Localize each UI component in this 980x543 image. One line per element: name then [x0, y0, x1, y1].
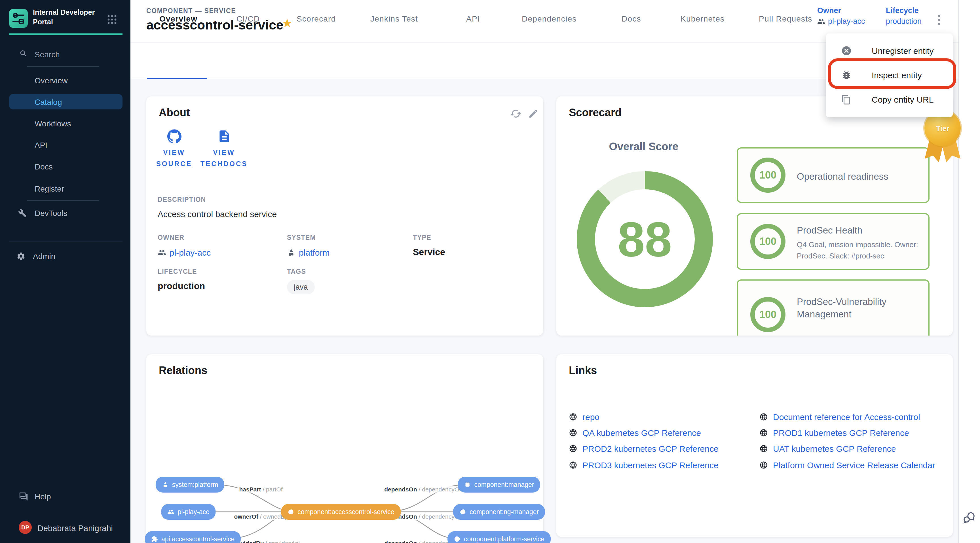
scorecard-item-operational-readiness[interactable]: 100 Operational readiness — [737, 148, 929, 203]
tab-kubernetes[interactable]: Kubernetes — [681, 14, 724, 23]
tags-field: TAGS java — [287, 268, 315, 294]
owner-field: OWNER pl-play-acc — [158, 234, 211, 257]
sidebar-item-docs[interactable]: Docs — [0, 159, 130, 174]
apps-grid-icon[interactable] — [107, 15, 117, 24]
gear-icon — [16, 251, 25, 260]
tab-overview[interactable]: Overview — [159, 14, 197, 23]
app-title: Internal Developer Portal — [33, 8, 101, 27]
globe-icon — [569, 445, 578, 453]
sidebar-item-catalog[interactable]: Catalog — [0, 94, 130, 110]
search-placeholder: Search — [35, 50, 60, 59]
header-owner-field: Owner pl-play-acc — [817, 6, 865, 25]
sidebar-item-register[interactable]: Register — [0, 181, 130, 196]
sidebar-accent-divider — [9, 33, 123, 35]
group-icon — [158, 248, 166, 257]
score-ring: 100 — [750, 157, 786, 193]
globe-icon — [759, 461, 768, 469]
lifecycle-field: LIFECYCLE production — [158, 268, 205, 291]
sidebar-search[interactable]: Search — [0, 48, 130, 62]
active-tab-indicator — [147, 78, 207, 79]
link-prod2-kubernetes[interactable]: PROD2 kubernetes GCP Reference — [569, 444, 719, 453]
link-release-calendar[interactable]: Platform Owned Service Release Calendar — [759, 460, 935, 470]
lifecycle-label: Lifecycle — [886, 6, 921, 15]
github-icon — [167, 129, 181, 143]
edit-button[interactable] — [528, 108, 539, 119]
app-window: Internal Developer Portal Search Overvie… — [0, 0, 980, 543]
sidebar: Internal Developer Portal Search Overvie… — [0, 0, 130, 543]
refresh-button[interactable] — [510, 108, 522, 120]
graph-node-component-platform-service[interactable]: component:platform-service — [447, 531, 551, 543]
score-ring: 100 — [750, 224, 786, 259]
group-icon — [817, 17, 825, 25]
sidebar-item-help[interactable]: Help — [0, 489, 130, 504]
component-chip-icon — [454, 536, 460, 543]
owner-link[interactable]: pl-play-acc — [158, 248, 211, 257]
about-card: About VIEWSOURCE VIEWTECHDOCS DESCRIPTIO… — [146, 96, 543, 335]
link-prod3-kubernetes[interactable]: PROD3 kubernetes GCP Reference — [569, 460, 719, 470]
sidebar-item-workflows[interactable]: Workflows — [0, 116, 130, 131]
owner-link[interactable]: pl-play-acc — [817, 17, 865, 25]
tab-scorecard[interactable]: Scorecard — [297, 14, 336, 23]
tier-badge: Tier — [924, 110, 961, 162]
sidebar-item-overview[interactable]: Overview — [0, 73, 130, 88]
description-field: DESCRIPTION Access control backend servi… — [158, 196, 277, 219]
sidebar-divider — [9, 241, 123, 241]
system-link[interactable]: platform — [287, 248, 329, 257]
sidebar-item-api[interactable]: API — [0, 137, 130, 152]
feedback-chat-icon[interactable] — [963, 511, 976, 524]
globe-icon — [759, 429, 768, 437]
tab-jenkins-test[interactable]: Jenkins Test — [370, 14, 418, 23]
favorite-star-icon[interactable]: ★ — [282, 16, 293, 30]
app-logo-icon[interactable] — [9, 9, 28, 28]
graph-node-component-manager[interactable]: component:manager — [458, 477, 541, 492]
system-field: SYSTEM platform — [287, 234, 329, 257]
overall-score-label: Overall Score — [578, 141, 710, 153]
view-techdocs-button[interactable]: VIEWTECHDOCS — [193, 129, 255, 170]
component-chip-icon — [464, 481, 471, 488]
help-chat-icon — [19, 491, 29, 501]
api-puzzle-icon — [151, 536, 158, 543]
tab-pull-requests[interactable]: Pull Requests — [759, 14, 812, 23]
tab-docs[interactable]: Docs — [622, 14, 641, 23]
menu-item-unregister-entity[interactable]: Unregister entity — [826, 38, 953, 63]
entity-kind-breadcrumb: COMPONENT — SERVICE — [146, 7, 236, 14]
tab-api[interactable]: API — [466, 14, 480, 23]
tab-dependencies[interactable]: Dependencies — [522, 14, 576, 23]
edge-label-ownerof: ownerOf / ownedBy — [232, 513, 289, 520]
description-value: Access control backend service — [158, 209, 277, 219]
scorecard-item-subtitle: Q4 Goal, mission impossible. Owner: Prod… — [797, 239, 921, 262]
graph-node-pl-play-acc[interactable]: pl-play-acc — [161, 504, 215, 520]
link-repo[interactable]: repo — [569, 412, 600, 422]
entity-more-menu-button[interactable] — [935, 13, 943, 30]
graph-node-system-platform[interactable]: system:platform — [156, 477, 224, 492]
avatar[interactable]: DP — [19, 521, 32, 534]
relations-card: Relations hasPart / partOf dependsOn / d… — [146, 354, 543, 543]
search-underline — [27, 66, 99, 67]
score-ring: 100 — [750, 297, 786, 332]
link-qa-kubernetes[interactable]: QA kubernetes GCP Reference — [569, 428, 701, 438]
type-value: Service — [413, 247, 445, 257]
graph-node-component-ng-manager[interactable]: component:ng-manager — [453, 504, 545, 520]
sidebar-item-devtools[interactable]: DevTools — [0, 205, 130, 221]
link-uat-kubernetes[interactable]: UAT kubernetes GCP Reference — [759, 444, 896, 453]
link-prod1-kubernetes[interactable]: PROD1 kubernetes GCP Reference — [759, 428, 909, 438]
globe-icon — [759, 445, 768, 453]
link-document-reference[interactable]: Document reference for Access-control — [759, 412, 920, 422]
owner-label: Owner — [817, 6, 865, 15]
graph-node-component-accesscontrol-service[interactable]: component:accesscontrol-service — [281, 504, 400, 520]
component-chip-icon — [460, 508, 466, 515]
graph-node-api-accesscontrol-service[interactable]: api:accesscontrol-service — [145, 531, 241, 543]
user-name[interactable]: Debabrata Panigrahi — [37, 524, 113, 533]
menu-item-copy-entity-url[interactable]: Copy entity URL — [826, 87, 953, 112]
scorecard-item-prodsec-health[interactable]: 100 ProdSec Health Q4 Goal, mission impo… — [737, 213, 929, 270]
scorecard-item-vulnerability-management[interactable]: 100 ProdSec-Vulnerability Management — [737, 279, 929, 335]
menu-item-inspect-entity[interactable]: Inspect entity — [826, 63, 953, 87]
header-lifecycle-field: Lifecycle production — [886, 6, 921, 25]
techdocs-icon — [217, 129, 231, 143]
component-chip-icon — [287, 508, 294, 515]
overall-score-donut: 88 — [577, 171, 713, 307]
tag-chip[interactable]: java — [287, 280, 315, 294]
tab-cicd[interactable]: CI/CD — [237, 14, 260, 23]
sidebar-item-admin[interactable]: Admin — [0, 248, 130, 264]
overall-score-value: 88 — [617, 211, 672, 267]
